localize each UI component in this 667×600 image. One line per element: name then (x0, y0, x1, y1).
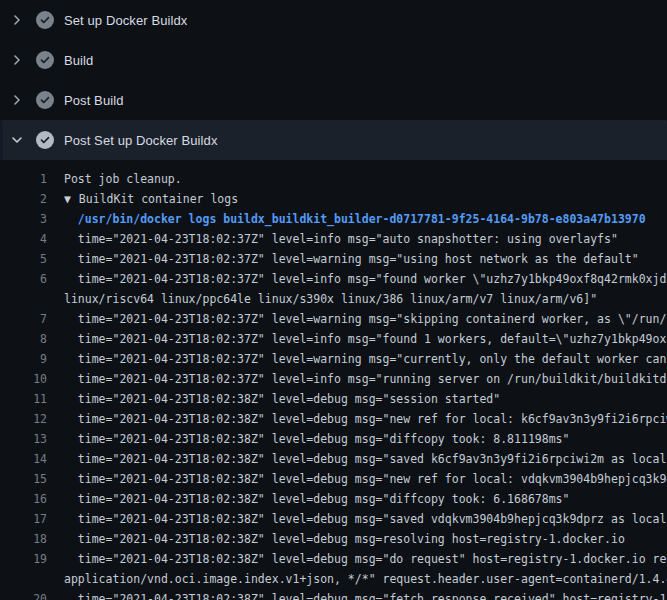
step-row-build[interactable]: Build (0, 40, 667, 80)
log-line-number[interactable]: 9 (0, 349, 47, 369)
log-text: BuildKit container logs (79, 192, 238, 206)
group-collapse-toggle-icon[interactable]: ▼ (64, 192, 78, 206)
check-circle-icon (36, 131, 54, 149)
log-line: 2▼ BuildKit container logs (0, 189, 667, 209)
log-text: Post job cleanup. (64, 172, 182, 186)
log-line-number[interactable]: 17 (0, 509, 47, 529)
log-line-text: time="2021-04-23T18:02:37Z" level=info m… (47, 369, 667, 389)
log-text: time="2021-04-23T18:02:38Z" level=debug … (64, 592, 667, 600)
log-line-text: time="2021-04-23T18:02:37Z" level=info m… (47, 229, 618, 249)
step-row-set-up-docker-buildx[interactable]: Set up Docker Buildx (0, 0, 667, 40)
log-line: 13 time="2021-04-23T18:02:38Z" level=deb… (0, 429, 667, 449)
log-text: time="2021-04-23T18:02:38Z" level=debug … (64, 492, 569, 506)
log-text: time="2021-04-23T18:02:38Z" level=debug … (64, 472, 667, 486)
log-line-number[interactable]: 3 (0, 209, 47, 229)
log-text: /usr/bin/docker logs buildx_buildkit_bui… (64, 212, 646, 226)
chevron-right-icon[interactable] (10, 93, 24, 107)
log-line-number[interactable]: 19 (0, 549, 47, 569)
log-line-number[interactable]: 11 (0, 389, 47, 409)
log-line-number[interactable]: 7 (0, 309, 47, 329)
check-circle-icon (36, 91, 54, 109)
step-label: Set up Docker Buildx (64, 13, 187, 28)
log-text: time="2021-04-23T18:02:38Z" level=debug … (64, 512, 667, 526)
log-line: 5 time="2021-04-23T18:02:37Z" level=warn… (0, 249, 667, 269)
log-line: 8 time="2021-04-23T18:02:37Z" level=info… (0, 329, 667, 349)
log-line-number (0, 569, 47, 589)
log-text: time="2021-04-23T18:02:38Z" level=debug … (64, 552, 667, 566)
log-line-continuation: application/vnd.oci.image.index.v1+json,… (0, 569, 667, 589)
log-line: 1Post job cleanup. (0, 169, 667, 189)
log-line-text: Post job cleanup. (47, 169, 182, 189)
log-line-number[interactable]: 6 (0, 269, 47, 289)
log-text: time="2021-04-23T18:02:38Z" level=debug … (64, 532, 625, 546)
log-text: time="2021-04-23T18:02:38Z" level=debug … (64, 392, 500, 406)
log-line: 6 time="2021-04-23T18:02:37Z" level=info… (0, 269, 667, 289)
log-text: time="2021-04-23T18:02:37Z" level=info m… (64, 332, 667, 346)
log-line-number[interactable]: 5 (0, 249, 47, 269)
log-line-continuation: linux/riscv64 linux/ppc64le linux/s390x … (0, 289, 667, 309)
log-viewer: 1Post job cleanup.2▼ BuildKit container … (0, 160, 667, 600)
log-line-text: time="2021-04-23T18:02:38Z" level=debug … (47, 489, 569, 509)
log-line: 12 time="2021-04-23T18:02:38Z" level=deb… (0, 409, 667, 429)
log-line-text: time="2021-04-23T18:02:38Z" level=debug … (47, 449, 667, 469)
log-line-text: time="2021-04-23T18:02:38Z" level=debug … (47, 549, 667, 569)
log-text: time="2021-04-23T18:02:37Z" level=warnin… (64, 312, 667, 326)
chevron-down-icon[interactable] (10, 133, 24, 147)
log-line: 15 time="2021-04-23T18:02:38Z" level=deb… (0, 469, 667, 489)
log-text: time="2021-04-23T18:02:37Z" level=info m… (64, 232, 618, 246)
log-text: time="2021-04-23T18:02:37Z" level=info m… (64, 272, 667, 286)
step-label: Post Build (64, 93, 124, 108)
log-text: time="2021-04-23T18:02:38Z" level=debug … (64, 432, 569, 446)
log-text: time="2021-04-23T18:02:38Z" level=debug … (64, 412, 667, 426)
log-line-text: application/vnd.oci.image.index.v1+json,… (47, 569, 667, 589)
step-label: Post Set up Docker Buildx (64, 133, 218, 148)
log-line: 19 time="2021-04-23T18:02:38Z" level=deb… (0, 549, 667, 569)
log-line-number[interactable]: 8 (0, 329, 47, 349)
log-line: 16 time="2021-04-23T18:02:38Z" level=deb… (0, 489, 667, 509)
log-line-text: time="2021-04-23T18:02:38Z" level=debug … (47, 389, 500, 409)
log-line-text: linux/riscv64 linux/ppc64le linux/s390x … (47, 289, 597, 309)
log-line: 18 time="2021-04-23T18:02:38Z" level=deb… (0, 529, 667, 549)
log-line-text: time="2021-04-23T18:02:38Z" level=debug … (47, 529, 625, 549)
log-line-text: time="2021-04-23T18:02:37Z" level=info m… (47, 329, 667, 349)
log-line-number[interactable]: 10 (0, 369, 47, 389)
log-line: 10 time="2021-04-23T18:02:37Z" level=inf… (0, 369, 667, 389)
log-line: 17 time="2021-04-23T18:02:38Z" level=deb… (0, 509, 667, 529)
log-line: 14 time="2021-04-23T18:02:38Z" level=deb… (0, 449, 667, 469)
check-circle-icon (36, 51, 54, 69)
log-text: time="2021-04-23T18:02:37Z" level=warnin… (64, 252, 639, 266)
step-row-post-build[interactable]: Post Build (0, 80, 667, 120)
log-line-number[interactable]: 12 (0, 409, 47, 429)
log-line: 11 time="2021-04-23T18:02:38Z" level=deb… (0, 389, 667, 409)
chevron-right-icon[interactable] (10, 13, 24, 27)
log-command-text: /usr/bin/docker logs buildx_buildkit_bui… (47, 209, 646, 229)
log-text: time="2021-04-23T18:02:37Z" level=info m… (64, 372, 667, 386)
log-line: 20 time="2021-04-23T18:02:38Z" level=deb… (0, 589, 667, 600)
log-line-number[interactable]: 2 (0, 189, 47, 209)
log-text: application/vnd.oci.image.index.v1+json,… (64, 572, 667, 586)
step-row-post-set-up-docker-buildx[interactable]: Post Set up Docker Buildx (0, 120, 667, 160)
log-line-number (0, 289, 47, 309)
log-line-text: time="2021-04-23T18:02:38Z" level=debug … (47, 409, 667, 429)
log-line-number[interactable]: 4 (0, 229, 47, 249)
log-line-number[interactable]: 18 (0, 529, 47, 549)
log-line-number[interactable]: 13 (0, 429, 47, 449)
log-line: 3 /usr/bin/docker logs buildx_buildkit_b… (0, 209, 667, 229)
log-line-text: time="2021-04-23T18:02:38Z" level=debug … (47, 509, 667, 529)
log-line-number[interactable]: 14 (0, 449, 47, 469)
log-line: 9 time="2021-04-23T18:02:37Z" level=warn… (0, 349, 667, 369)
log-line-text: time="2021-04-23T18:02:38Z" level=debug … (47, 429, 569, 449)
log-line-number[interactable]: 16 (0, 489, 47, 509)
log-line-text: time="2021-04-23T18:02:37Z" level=warnin… (47, 349, 667, 369)
step-label: Build (64, 53, 93, 68)
log-line-text: ▼ BuildKit container logs (47, 189, 238, 209)
log-line-number[interactable]: 20 (0, 589, 47, 600)
log-line-text: time="2021-04-23T18:02:37Z" level=warnin… (47, 249, 639, 269)
log-line-number[interactable]: 1 (0, 169, 47, 189)
log-text: linux/riscv64 linux/ppc64le linux/s390x … (64, 292, 597, 306)
chevron-right-icon[interactable] (10, 53, 24, 67)
log-line-text: time="2021-04-23T18:02:37Z" level=info m… (47, 269, 667, 289)
log-line-number[interactable]: 15 (0, 469, 47, 489)
log-line: 4 time="2021-04-23T18:02:37Z" level=info… (0, 229, 667, 249)
log-line-text: time="2021-04-23T18:02:38Z" level=debug … (47, 589, 667, 600)
